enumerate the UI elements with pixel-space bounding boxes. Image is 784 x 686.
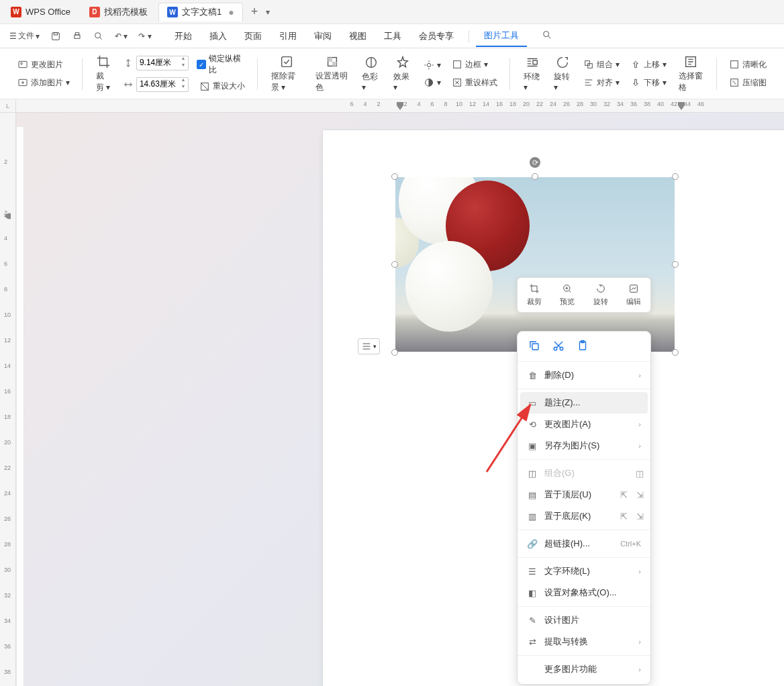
tab-document[interactable]: W 文字文稿1 ● (158, 3, 243, 21)
ctx-save-as-picture[interactable]: ▣另存为图片(S)› (518, 435, 650, 456)
menu-review[interactable]: 审阅 (306, 26, 340, 46)
move-down-button[interactable]: 下移 ▾ (628, 75, 669, 91)
checkmark-icon: ✓ (197, 60, 206, 69)
layout-options-button[interactable]: ▾ (358, 338, 380, 354)
reset-size-button[interactable]: 重设大小 (197, 79, 248, 94)
save-icon[interactable] (46, 28, 65, 44)
float-edit-button[interactable]: 编辑 (621, 283, 646, 307)
svg-point-15 (428, 63, 431, 66)
wps-logo-icon: W (11, 7, 21, 17)
indent-marker-left[interactable] (4, 212, 11, 220)
ctx-hyperlink[interactable]: 🔗超链接(H)...Ctrl+K (518, 533, 650, 554)
ctx-change-picture[interactable]: ⟲更改图片(A)› (518, 413, 650, 435)
redo-button[interactable]: ↷ ▾ (134, 29, 155, 44)
reset-style-button[interactable]: 重设样式 (449, 75, 500, 91)
ctx-caption[interactable]: ▭题注(Z)... (520, 392, 648, 413)
app-tab[interactable]: W WPS Office (3, 3, 79, 21)
menu-view[interactable]: 视图 (341, 26, 375, 46)
menu-picture-tools[interactable]: 图片工具 (476, 26, 527, 47)
clarify-button[interactable]: 清晰化 (726, 57, 769, 72)
ctx-format-object[interactable]: ◧设置对象格式(O)... (518, 582, 650, 603)
tab-dropdown-icon[interactable]: ▾ (263, 7, 273, 17)
ctx-design-picture[interactable]: ✎设计图片 (518, 609, 650, 631)
lock-ratio-checkbox[interactable]: ✓锁定纵横比 (197, 53, 248, 76)
contrast-button[interactable]: ▾ (421, 75, 444, 90)
tab-close-icon[interactable]: ● (228, 7, 234, 17)
resize-handle-l[interactable] (391, 261, 398, 268)
rotate-handle[interactable]: ⟳ (530, 157, 540, 168)
set-alpha-button[interactable]: 设置透明色 (311, 52, 352, 96)
back-action2-icon[interactable]: ⇲ (636, 511, 644, 522)
menu-member[interactable]: 会员专享 (411, 26, 462, 46)
brightness-button[interactable]: ▾ (421, 58, 444, 72)
ruler-horizontal[interactable]: 6422468101214161820222426283032343638404… (16, 99, 784, 113)
menu-page[interactable]: 页面 (236, 26, 270, 46)
print-icon[interactable] (68, 28, 87, 44)
float-crop-button[interactable]: 裁剪 (522, 283, 547, 307)
ctx-bring-front[interactable]: ▤置于顶层(U)⇱⇲ (518, 484, 650, 505)
page-edge (16, 126, 24, 686)
copy-icon[interactable] (528, 340, 540, 352)
front-action-icon[interactable]: ⇱ (620, 490, 628, 500)
ctx-delete[interactable]: 🗑删除(D)› (518, 364, 650, 386)
document-area: L 64224681012141618202224262830323436384… (0, 99, 784, 686)
wrap-button[interactable]: 环绕 ▾ (520, 52, 544, 95)
chevron-right-icon: › (638, 638, 641, 646)
image-content (395, 177, 675, 352)
cut-icon[interactable] (552, 340, 565, 352)
menu-tools[interactable]: 工具 (376, 26, 409, 46)
rotate-button[interactable]: 旋转 ▾ (550, 52, 575, 95)
crop-button[interactable]: 裁剪 ▾ (92, 52, 115, 96)
undo-button[interactable]: ↶ ▾ (111, 29, 132, 44)
format-icon: ◧ (527, 588, 538, 598)
chevron-right-icon: › (638, 567, 641, 575)
remove-bg-button[interactable]: 抠除背景 ▾ (267, 52, 307, 96)
resize-handle-t[interactable] (532, 173, 538, 180)
trash-icon: 🗑 (527, 371, 538, 381)
resize-handle-tl[interactable] (391, 173, 398, 180)
indent-marker-top[interactable] (397, 102, 403, 110)
compress-button[interactable]: 压缩图 (726, 75, 769, 91)
ctx-more-picture[interactable]: 更多图片功能› (518, 658, 650, 680)
menu-start[interactable]: 开始 (166, 26, 200, 46)
ctx-wrap[interactable]: ☰文字环绕(L)› (518, 560, 650, 582)
tab-templates[interactable]: D 找稻壳模板 (81, 3, 156, 21)
indent-marker-right[interactable] (678, 102, 685, 110)
resize-handle-bl[interactable] (391, 349, 398, 356)
float-preview-button[interactable]: 预览 (554, 283, 580, 307)
change-picture-button[interactable]: 更改图片 (15, 57, 72, 72)
menu-file[interactable]: ☰ 文件 ▾ (5, 28, 44, 44)
svg-rect-2 (75, 35, 80, 38)
ctx-send-back[interactable]: ▥置于底层(K)⇱⇲ (518, 505, 650, 527)
add-picture-button[interactable]: 添加图片 ▾ (15, 75, 72, 91)
resize-handle-br[interactable] (672, 349, 679, 356)
ruler-vertical[interactable]: 2246810121416182022242628303234363840424… (0, 113, 16, 686)
colorize-button[interactable]: 色彩 ▾ (358, 52, 384, 95)
selected-image[interactable]: ⟳ ▾ (395, 177, 675, 352)
float-rotate-button[interactable]: 旋转 (588, 283, 614, 307)
menu-insert[interactable]: 插入 (201, 26, 235, 46)
resize-handle-tr[interactable] (672, 173, 679, 180)
print-preview-icon[interactable] (89, 28, 108, 44)
svg-rect-27 (532, 344, 538, 350)
height-spinner[interactable]: ▲▼ (178, 56, 189, 69)
front-action2-icon[interactable]: ⇲ (636, 490, 644, 500)
width-spinner[interactable]: ▲▼ (178, 77, 189, 91)
effect-button[interactable]: 效果 ▾ (389, 52, 415, 95)
new-tab-button[interactable]: + (246, 5, 264, 19)
ctx-extract-convert[interactable]: ⇄提取与转换› (518, 631, 650, 652)
group-button[interactable]: 组合 ▾ (581, 57, 622, 72)
back-action-icon[interactable]: ⇱ (620, 511, 628, 522)
link-icon: 🔗 (527, 539, 538, 549)
ruler-corner: L (0, 99, 16, 113)
align-button[interactable]: 对齐 ▾ (581, 75, 622, 91)
resize-handle-r[interactable] (672, 261, 679, 268)
menu-ref[interactable]: 引用 (271, 26, 305, 46)
border-button[interactable]: 边框 ▾ (449, 57, 500, 72)
group-icon: ◫ (527, 469, 538, 479)
paste-icon[interactable] (577, 340, 589, 352)
move-up-button[interactable]: 上移 ▾ (628, 57, 669, 72)
selection-pane-button[interactable]: 选择窗格 (675, 52, 707, 96)
app-name: WPS Office (26, 7, 70, 17)
search-icon[interactable] (542, 30, 552, 42)
